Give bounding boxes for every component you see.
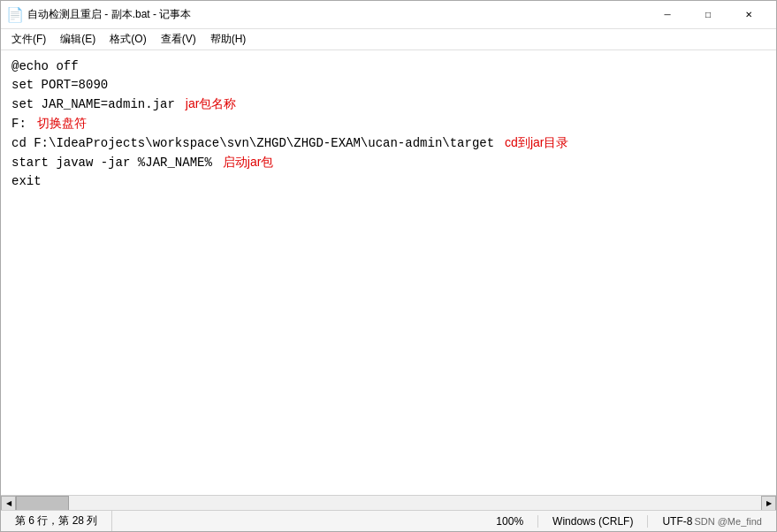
code-line-text: start javaw -jar %JAR_NAME% [11,154,212,172]
code-annotation: 启动jar包 [223,153,274,171]
table-row: @echo off [11,57,766,76]
encoding: UTF-8SDN @Me_find [648,515,776,528]
table-row: F:切换盘符 [11,114,766,133]
code-annotation: 切换盘符 [37,114,87,133]
cursor-position: 第 6 行，第 28 列 [1,511,112,531]
minimize-button[interactable]: ─ [647,1,688,29]
table-row: start javaw -jar %JAR_NAME%启动jar包 [11,153,766,172]
window-controls: ─ □ ✕ [647,1,769,29]
menu-view[interactable]: 查看(V) [154,30,203,49]
menu-help[interactable]: 帮助(H) [203,30,254,49]
table-row: cd F:\IdeaProjects\workspace\svn\ZHGD\ZH… [11,133,766,153]
editor-wrapper: @echo offset PORT=8090set JAR_NAME=admin… [1,50,776,510]
table-row: set PORT=8090 [11,76,766,95]
close-button[interactable]: ✕ [728,1,769,29]
status-right: 100% Windows (CRLF) UTF-8SDN @Me_find [482,515,776,528]
app-icon: 📄 [8,8,22,22]
menu-edit[interactable]: 编辑(E) [53,30,103,49]
status-bar: 第 6 行，第 28 列 100% Windows (CRLF) UTF-8SD… [1,510,776,531]
code-line-text: set JAR_NAME=admin.jar [11,95,175,114]
window-title: 自动检测且重启 - 副本.bat - 记事本 [27,7,647,22]
scroll-track[interactable] [16,496,761,511]
table-row: set JAR_NAME=admin.jarjar包名称 [11,95,766,114]
menu-bar: 文件(F) 编辑(E) 格式(O) 查看(V) 帮助(H) [1,29,776,50]
scroll-right-button[interactable]: ▶ [761,496,776,511]
table-row: exit [11,172,766,191]
title-bar: 📄 自动检测且重启 - 副本.bat - 记事本 ─ □ ✕ [1,1,776,29]
maximize-button[interactable]: □ [688,1,728,29]
code-annotation: jar包名称 [186,95,237,113]
zoom-level: 100% [482,515,538,528]
menu-file[interactable]: 文件(F) [4,30,53,49]
scroll-thumb[interactable] [16,496,69,511]
line-ending: Windows (CRLF) [538,515,648,528]
code-line-text: F: [11,115,27,133]
menu-format[interactable]: 格式(O) [103,30,153,49]
code-annotation: cd到jar目录 [505,133,568,152]
horizontal-scrollbar[interactable]: ◀ ▶ [1,495,776,510]
code-line-text: @echo off [11,57,79,76]
main-window: 📄 自动检测且重启 - 副本.bat - 记事本 ─ □ ✕ 文件(F) 编辑(… [0,0,777,532]
code-line-text: cd F:\IdeaProjects\workspace\svn\ZHGD\ZH… [11,134,494,153]
code-line-text: exit [11,172,42,191]
scroll-left-button[interactable]: ◀ [1,496,16,511]
code-line-text: set PORT=8090 [11,76,108,95]
editor-content[interactable]: @echo offset PORT=8090set JAR_NAME=admin… [1,50,776,495]
